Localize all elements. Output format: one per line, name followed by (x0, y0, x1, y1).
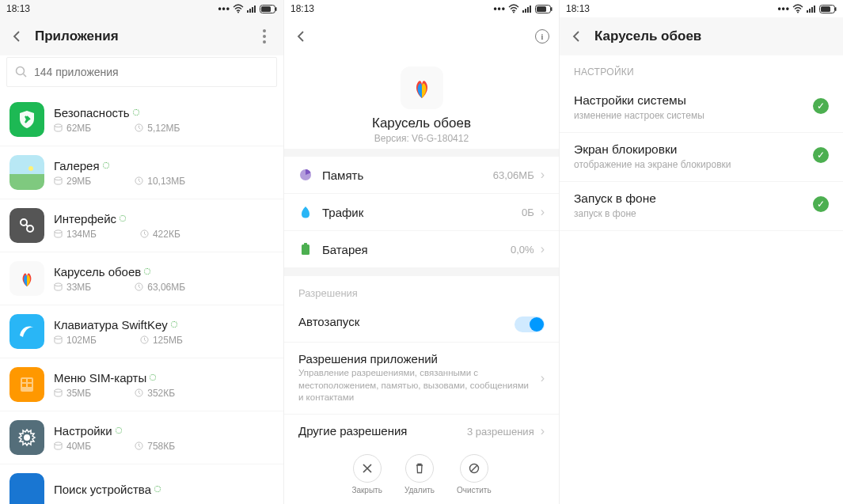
cache-size: 422КБ (140, 229, 203, 240)
chevron-right-icon: › (541, 205, 545, 219)
app-version: Версия: V6-G-180412 (374, 133, 469, 144)
chevron-right-icon: › (541, 424, 545, 438)
action-clear[interactable]: Очистить (457, 454, 492, 495)
memory-value: 63,06МБ (493, 169, 534, 181)
memory-label: Память (322, 169, 493, 182)
svg-point-24 (55, 389, 62, 392)
status-time: 18:13 (566, 3, 590, 14)
status-icons: ••• (493, 3, 553, 14)
perm-list: Настройки системы изменение настроек сис… (560, 84, 843, 231)
app-info: Интерфейс 134МБ 422КБ (54, 212, 274, 240)
app-row[interactable]: Галерея 29МБ 10,13МБ (0, 146, 283, 199)
perm-title: Запуск в фоне (574, 191, 813, 206)
cache-size: 125МБ (140, 335, 203, 346)
row-app-permissions[interactable]: Разрешения приложений Управление разреше… (284, 343, 559, 415)
app-icon (9, 367, 44, 402)
spinner-icon (171, 321, 177, 328)
check-icon: ✓ (813, 196, 829, 212)
app-name-label: Безопасность (54, 106, 274, 119)
app-row[interactable]: Меню SIM-карты 35МБ 352КБ (0, 358, 283, 411)
autostart-toggle[interactable] (515, 316, 545, 332)
app-row[interactable]: Интерфейс 134МБ 422КБ (0, 199, 283, 252)
app-row[interactable]: Клавиатура SwiftKey 102МБ 125МБ (0, 305, 283, 358)
svg-point-6 (55, 124, 62, 127)
action-delete[interactable]: Удалить (404, 454, 435, 495)
svg-rect-23 (28, 384, 32, 387)
close-icon (353, 454, 382, 483)
permission-row[interactable]: Настройки системы изменение настроек сис… (560, 84, 843, 133)
permission-row[interactable]: Запуск в фоне запуск в фоне ✓ (560, 182, 843, 231)
spinner-icon (120, 215, 126, 222)
svg-rect-31 (551, 7, 553, 11)
other-perms-title: Другие разрешения (298, 424, 467, 438)
perm-desc: запуск в фоне (574, 208, 813, 219)
spinner-icon (116, 427, 122, 434)
svg-point-26 (24, 434, 30, 441)
svg-rect-3 (261, 6, 271, 12)
search-input[interactable] (34, 66, 268, 78)
app-icon (9, 208, 44, 243)
status-icons: ••• (218, 3, 277, 14)
disk-size: 134МБ (54, 229, 97, 240)
status-bar: 18:13 ••• (560, 0, 843, 17)
memory-icon (298, 168, 313, 182)
svg-point-9 (55, 177, 62, 180)
disk-size: 102МБ (54, 335, 97, 346)
app-row[interactable]: Безопасность 62МБ 5,12МБ (0, 93, 283, 146)
app-info: Галерея 29МБ 10,13МБ (54, 159, 274, 187)
traffic-label: Трафик (322, 206, 522, 219)
spinner-icon (150, 374, 156, 381)
app-icon (9, 473, 44, 504)
svg-rect-34 (302, 244, 309, 255)
info-icon[interactable]: i (535, 29, 549, 44)
check-icon: ✓ (813, 98, 829, 114)
svg-line-37 (471, 465, 477, 472)
search-icon (15, 66, 28, 78)
svg-rect-32 (537, 6, 546, 12)
row-other-permissions[interactable]: Другие разрешения 3 разрешения › (284, 415, 559, 449)
svg-point-4 (17, 67, 25, 75)
svg-rect-40 (835, 7, 837, 11)
back-icon[interactable] (569, 28, 585, 44)
app-hero: Карусель обоев Версия: V6-G-180412 (284, 55, 559, 149)
svg-rect-20 (22, 379, 26, 382)
back-icon[interactable] (294, 28, 309, 44)
other-perms-value: 3 разрешения (467, 426, 534, 438)
svg-rect-21 (28, 379, 32, 382)
chevron-right-icon: › (541, 168, 545, 182)
svg-point-17 (55, 336, 62, 339)
cache-size: 10,13МБ (135, 176, 198, 187)
action-close[interactable]: Закрыть (351, 454, 382, 495)
app-name-label: Поиск устройства (54, 483, 274, 496)
page-title: Карусель обоев (594, 28, 701, 44)
spinner-icon (144, 268, 150, 275)
header: Приложения (0, 17, 283, 55)
back-icon[interactable] (9, 28, 25, 44)
trash-icon (405, 454, 434, 483)
permission-row[interactable]: Экран блокировки отображение на экране б… (560, 133, 843, 182)
app-row[interactable]: Карусель обоев 33МБ 63,06МБ (0, 252, 283, 305)
status-bar: 18:13 ••• (284, 0, 559, 17)
row-memory[interactable]: Память 63,06МБ › (284, 157, 559, 194)
app-info: Поиск устройства (54, 483, 274, 499)
app-icon (9, 155, 44, 190)
app-row[interactable]: Поиск устройства (0, 464, 283, 504)
app-row[interactable]: Настройки 40МБ 758КБ (0, 411, 283, 464)
status-bar: 18:13 ••• (0, 0, 283, 17)
svg-point-15 (55, 283, 62, 286)
more-icon[interactable] (255, 29, 274, 44)
row-traffic[interactable]: Трафик 0Б › (284, 194, 559, 231)
bottom-actions: Закрыть Удалить Очистить (284, 445, 559, 504)
perms-desc: Управление разрешениями, связанными с ме… (298, 367, 541, 404)
disk-size: 29МБ (54, 176, 91, 187)
section-permissions: Разрешения (284, 276, 559, 305)
search-box[interactable] (6, 57, 277, 87)
cache-size: 758КБ (135, 441, 198, 452)
row-autostart[interactable]: Автозапуск (284, 305, 559, 343)
svg-rect-22 (22, 384, 26, 387)
app-info: Настройки 40МБ 758КБ (54, 424, 274, 452)
header: Карусель обоев (560, 17, 843, 55)
battery-icon (298, 242, 313, 256)
status-time: 18:13 (6, 3, 30, 14)
row-battery[interactable]: Батарея 0,0% › (284, 231, 559, 268)
